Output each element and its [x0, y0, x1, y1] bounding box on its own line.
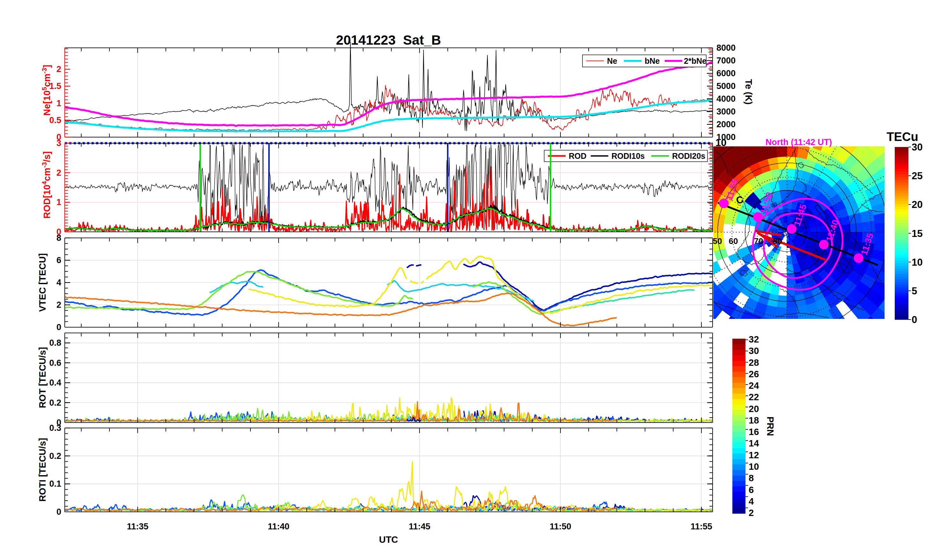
tec-cell — [688, 250, 703, 262]
tec-cell — [787, 92, 800, 115]
prn-label-14: 30 — [749, 346, 759, 356]
prn-label-1: 4 — [749, 496, 754, 506]
figure-title: 20141223 Sat_B — [336, 33, 441, 47]
x-tick-label-1: 11:40 — [268, 522, 290, 531]
track-dot — [719, 199, 729, 208]
tec-cell — [670, 298, 695, 321]
panel-rot — [65, 398, 713, 421]
tec-cell — [839, 232, 850, 241]
p2-right-top-label: 10 — [716, 138, 726, 148]
p3-y-axis-label: VTEC [TECU] — [38, 253, 47, 312]
map-lat-label-0: 50 — [713, 237, 722, 245]
tec-cell — [826, 321, 843, 342]
panel-roti — [65, 462, 713, 510]
prn-title: PRN — [766, 416, 775, 436]
figure-root: 20141223 Sat_B 11:35 11:40 11:45 11:50 1… — [0, 0, 926, 560]
tec-cell — [810, 94, 828, 119]
tec-cell — [663, 288, 689, 310]
tecu-label-6: 30 — [912, 142, 923, 152]
p3-ytick-0: 0 — [56, 323, 61, 331]
tec-cell — [678, 176, 698, 194]
x-tick-label-4: 11:55 — [691, 522, 712, 531]
prn-colorbar — [732, 339, 748, 514]
tec-cell — [797, 331, 810, 350]
tec-cell — [777, 319, 787, 333]
tec-cell — [775, 307, 787, 320]
tec-cell — [678, 307, 704, 331]
prn-label-13: 28 — [749, 358, 759, 367]
prn-label-4: 10 — [749, 462, 759, 471]
p4-ytick-2: 0.4 — [49, 378, 61, 387]
tec-cell — [843, 331, 865, 356]
tec-cell — [687, 212, 701, 224]
tec-cell — [671, 252, 690, 266]
legend2-label-rodi20s: RODI20s — [672, 152, 705, 160]
track-dot — [819, 240, 829, 250]
prn-label-11: 24 — [749, 381, 759, 390]
p3-ytick-3: 6 — [56, 256, 61, 265]
tec-cell — [764, 115, 777, 133]
tec-cell — [646, 232, 669, 246]
tec-cell — [822, 342, 841, 366]
tec-cell — [822, 98, 841, 123]
tec-cell — [773, 92, 787, 115]
tec-cell — [731, 321, 748, 342]
tec-cell — [787, 333, 798, 351]
track-dot — [753, 212, 763, 222]
chart-canvas — [0, 0, 926, 560]
p2-ytick-3: 3 — [56, 139, 61, 148]
p1-ytick-2: 1 — [56, 99, 61, 107]
tec-cell — [862, 221, 875, 232]
tec-cell — [687, 241, 701, 252]
p1-y-axis-label: Ne[105cm-3] — [32, 65, 52, 121]
tec-cell — [690, 258, 706, 271]
tec-cell — [649, 255, 673, 273]
tec-cell — [688, 203, 703, 215]
p4-ytick-3: 0.6 — [49, 359, 61, 367]
p4-ytick-4: 0.8 — [49, 339, 61, 347]
tec-cell — [752, 116, 767, 136]
prn-label-2: 6 — [749, 485, 754, 494]
prn-label-7: 16 — [749, 427, 759, 437]
tec-cell — [862, 316, 887, 341]
p1-te-tick-3: 4000 — [716, 95, 735, 103]
tec-cell — [688, 316, 712, 341]
tec-cell — [721, 316, 739, 336]
series-bne — [65, 100, 712, 132]
p3-ytick-4: 8 — [56, 234, 61, 242]
p5-ytick-0: 0 — [56, 508, 61, 516]
tec-cell — [807, 116, 822, 136]
p4-ytick-1: 0.2 — [49, 398, 61, 407]
p3-ytick-1: 2 — [56, 301, 61, 309]
tecu-colorbar — [895, 147, 911, 320]
tec-cell — [798, 92, 814, 116]
legends — [544, 55, 708, 162]
legend1-label-2bne: 2*bNe — [684, 57, 707, 65]
tec-cell — [700, 242, 714, 255]
map-lat-label-1: 60 — [729, 237, 738, 245]
legend2-label-rod: ROD — [569, 152, 587, 160]
legend1-label-bne: bNe — [645, 57, 660, 65]
tec-cell — [874, 232, 888, 242]
tec-cell — [834, 128, 853, 148]
tec-cell — [787, 114, 798, 132]
tec-cell — [834, 316, 853, 336]
tecu-label-4: 20 — [912, 200, 923, 209]
tecu-label-3: 15 — [912, 229, 923, 238]
tec-cell — [767, 318, 778, 333]
series-rod — [65, 167, 712, 231]
tec-cell — [816, 119, 832, 139]
track-dot — [854, 253, 864, 263]
p4-y-axis-label: ROT [TECU/s] — [38, 347, 47, 408]
tecu-label-0: 0 — [912, 315, 917, 325]
map-title: North (11:42 UT) — [766, 138, 832, 147]
p1-te-tick-1: 2000 — [716, 120, 735, 129]
p5-ytick-1: 0.1 — [49, 480, 61, 488]
tec-cell — [853, 115, 876, 141]
tec-cell — [760, 348, 775, 372]
tec-cell — [647, 244, 671, 259]
tec-cell — [671, 198, 690, 212]
prn-label-6: 14 — [749, 439, 759, 448]
series-prn-green — [65, 271, 412, 309]
p1-te-tick-7: 8000 — [716, 44, 735, 52]
